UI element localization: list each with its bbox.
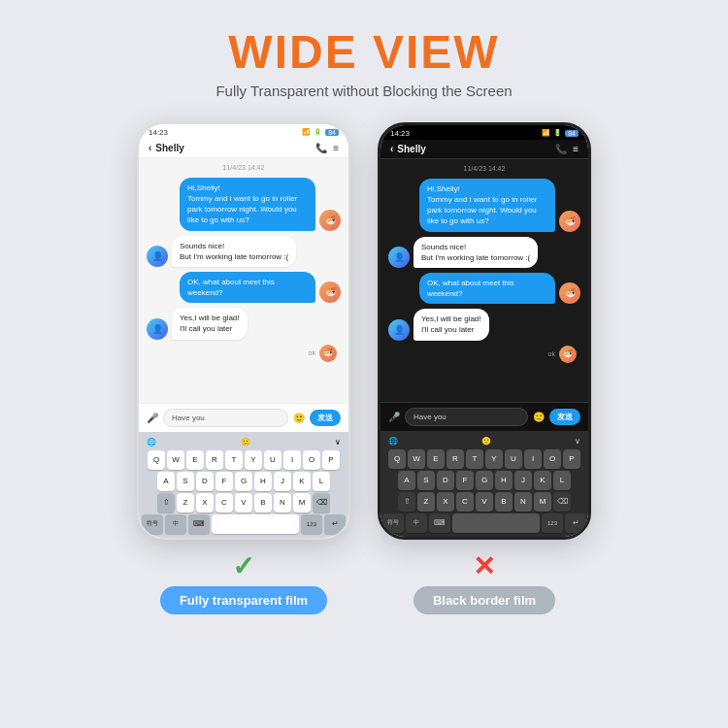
key-i-r[interactable]: I (524, 449, 542, 469)
bubble-3-left: OK, what about meet this weekend? (180, 272, 315, 303)
key-t[interactable]: T (225, 450, 243, 470)
msg-2-right: 👤 Sounds nice!But I'm working late tomor… (388, 237, 580, 268)
key-e-r[interactable]: E (427, 449, 445, 469)
msg-1-left: 🍜 Hi,Shelly!Tommy and I want to go in ro… (147, 178, 341, 231)
key-q-r[interactable]: Q (388, 449, 406, 469)
key-c[interactable]: C (215, 493, 233, 513)
keyboard-left: 🌐 🙂 ∨ Q W E R T Y U I O (139, 432, 348, 538)
key-c-r[interactable]: C (456, 492, 474, 512)
key-n[interactable]: N (274, 493, 291, 513)
key-mic-kb[interactable]: ⌨ (188, 514, 210, 534)
key-h-r[interactable]: H (495, 471, 513, 490)
page-subtitle: Fully Transparent without Blocking the S… (215, 83, 512, 99)
kb-bottom-left: 符号 中 ⌨ 123 ↵ (141, 514, 347, 534)
key-enter-r[interactable]: ↵ (565, 513, 586, 533)
key-w-r[interactable]: W (408, 449, 425, 469)
key-g-r[interactable]: G (476, 471, 493, 490)
key-a[interactable]: A (157, 472, 175, 491)
keyboard-right: 🌐 🙂 ∨ Q W E R T Y U I O P (381, 431, 588, 537)
key-z[interactable]: Z (177, 493, 194, 513)
key-f-r[interactable]: F (456, 471, 474, 490)
key-o[interactable]: O (303, 450, 320, 470)
msg-4-right: 👤 Yes,I will be glad!I'll call you later (388, 309, 580, 340)
input-box-right[interactable]: Have you (405, 408, 528, 426)
phone-left: 14:23 📶 🔋 84 ‹ Shelly 📞 ≡ (137, 122, 350, 540)
key-mic-kb-r[interactable]: ⌨ (429, 513, 450, 533)
key-t-r[interactable]: T (466, 449, 483, 469)
bubble-3-right: OK, what about meet this weekend? (419, 273, 555, 304)
key-y-r[interactable]: Y (485, 449, 503, 469)
status-icons-right: 📶 🔋 84 (542, 129, 579, 137)
key-enter[interactable]: ↵ (324, 514, 346, 534)
key-delete[interactable]: ⌫ (313, 493, 330, 513)
left-label-container: ✓ Fully transparent film (160, 553, 327, 614)
chat-input-right: 🎤 Have you 🙂 发送 (381, 402, 588, 431)
key-n-r[interactable]: N (514, 492, 532, 512)
kb-row-2-left: A S D F G H J K L (141, 472, 347, 491)
key-r-r[interactable]: R (447, 449, 464, 469)
key-123-r[interactable]: 123 (542, 513, 563, 533)
msg-4-left: 👤 Yes,I will be glad!I'll call you later (147, 308, 341, 339)
key-j-r[interactable]: J (514, 471, 532, 490)
key-o-r[interactable]: O (544, 449, 561, 469)
key-i[interactable]: I (283, 450, 301, 470)
key-e[interactable]: E (186, 450, 204, 470)
key-l-r[interactable]: L (553, 471, 571, 490)
key-b-r[interactable]: B (495, 492, 513, 512)
key-k[interactable]: K (293, 472, 311, 491)
key-x[interactable]: X (196, 493, 214, 513)
key-r[interactable]: R (206, 450, 223, 470)
send-button-right[interactable]: 发送 (549, 409, 580, 425)
key-chinese-r[interactable]: 中 (406, 513, 427, 533)
key-k-r[interactable]: K (534, 471, 551, 490)
key-d-r[interactable]: D (437, 471, 454, 490)
key-space-r[interactable] (452, 513, 540, 533)
key-b[interactable]: B (254, 493, 272, 513)
back-arrow-right: ‹ (390, 144, 393, 154)
key-chinese[interactable]: 中 (165, 514, 186, 534)
key-w[interactable]: W (167, 450, 184, 470)
key-shift[interactable]: ⇧ (157, 493, 175, 513)
chat-header-right: ‹ Shelly 📞 ≡ (381, 140, 588, 159)
key-y[interactable]: Y (245, 450, 262, 470)
chat-header-left: ‹ Shelly 📞 ≡ (139, 139, 348, 158)
key-p[interactable]: P (322, 450, 340, 470)
key-x-r[interactable]: X (437, 492, 454, 512)
key-m[interactable]: M (293, 493, 311, 513)
key-space[interactable] (212, 514, 299, 534)
key-d[interactable]: D (196, 472, 214, 491)
key-p-r[interactable]: P (563, 449, 580, 469)
key-u-r[interactable]: U (505, 449, 522, 469)
key-h[interactable]: H (254, 472, 272, 491)
key-s-r[interactable]: S (417, 471, 435, 490)
key-symbol-r[interactable]: 符号 (382, 513, 404, 533)
bubble-4-left: Yes,I will be glad!I'll call you later (172, 308, 248, 339)
key-q[interactable]: Q (148, 450, 165, 470)
key-z-r[interactable]: Z (417, 492, 435, 512)
key-f[interactable]: F (215, 472, 233, 491)
mic-icon-right: 🎤 (388, 412, 400, 422)
key-a-r[interactable]: A (398, 471, 415, 490)
mic-icon-left: 🎤 (147, 413, 158, 423)
chat-messages-right: 11/4/23 14:42 🍜 Hi,Shelly!Tommy and I wa… (381, 159, 588, 402)
key-m-r[interactable]: M (534, 492, 551, 512)
transparent-film-label: Fully transparent film (160, 586, 327, 614)
date-label-left: 11/4/23 14:42 (147, 164, 341, 171)
send-button-left[interactable]: 发送 (310, 410, 341, 426)
key-j[interactable]: J (274, 472, 291, 491)
header: WIDE VIEW Fully Transparent without Bloc… (215, 0, 512, 99)
key-v[interactable]: V (235, 493, 252, 513)
key-s[interactable]: S (177, 472, 194, 491)
key-v-r[interactable]: V (476, 492, 493, 512)
kb-row-1-left: Q W E R T Y U I O P (141, 450, 347, 470)
key-l[interactable]: L (313, 472, 330, 491)
key-symbol[interactable]: 符号 (142, 514, 163, 534)
date-label-right: 11/4/23 14:42 (388, 165, 580, 172)
key-u[interactable]: U (264, 450, 281, 470)
bubble-2-right: Sounds nice!But I'm working late tomorro… (414, 237, 538, 268)
key-g[interactable]: G (235, 472, 252, 491)
input-box-left[interactable]: Have you (163, 409, 288, 427)
key-123[interactable]: 123 (301, 514, 322, 534)
key-shift-r[interactable]: ⇧ (398, 492, 415, 512)
key-delete-r[interactable]: ⌫ (553, 492, 571, 512)
